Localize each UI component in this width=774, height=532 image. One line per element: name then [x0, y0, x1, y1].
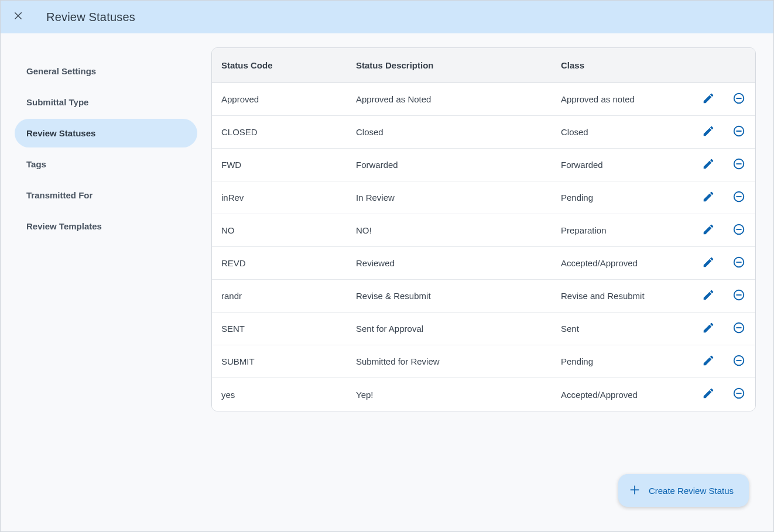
cell-status-code: randr	[221, 291, 356, 301]
edit-button[interactable]	[701, 256, 715, 270]
cell-status-description: Sent for Approval	[356, 324, 561, 334]
edit-button[interactable]	[701, 125, 715, 139]
remove-circle-icon	[732, 354, 745, 369]
pencil-icon	[702, 125, 715, 140]
pencil-icon	[702, 223, 715, 238]
table-row: CLOSEDClosedClosed	[212, 116, 755, 149]
cell-status-description: In Review	[356, 193, 561, 202]
pencil-icon	[702, 190, 715, 205]
edit-button[interactable]	[701, 289, 715, 303]
cell-status-code: SENT	[221, 324, 356, 334]
cell-class: Pending	[561, 193, 687, 202]
edit-button[interactable]	[701, 92, 715, 107]
column-header-status-description: Status Description	[356, 60, 561, 70]
remove-circle-icon	[732, 190, 745, 205]
cell-class: Accepted/Approved	[561, 258, 687, 268]
remove-button[interactable]	[732, 387, 746, 401]
remove-button[interactable]	[732, 92, 746, 107]
edit-button[interactable]	[701, 158, 715, 172]
edit-button[interactable]	[701, 224, 715, 238]
sidebar-item-transmitted-for[interactable]: Transmitted For	[15, 181, 197, 210]
edit-button[interactable]	[701, 387, 715, 401]
pencil-icon	[702, 321, 715, 337]
table-row: NONO!Preparation	[212, 214, 755, 247]
remove-button[interactable]	[732, 191, 746, 205]
sidebar-item-label: General Settings	[26, 66, 96, 76]
remove-button[interactable]	[732, 158, 746, 172]
edit-button[interactable]	[701, 355, 715, 369]
cell-class: Closed	[561, 127, 687, 137]
sidebar-item-submittal-type[interactable]: Submittal Type	[15, 88, 197, 116]
remove-button[interactable]	[732, 256, 746, 270]
sidebar-item-review-statuses[interactable]: Review Statuses	[15, 119, 197, 147]
table-header: Status Code Status Description Class	[212, 48, 755, 83]
cell-actions	[687, 224, 746, 238]
pencil-icon	[702, 354, 715, 369]
cell-actions	[687, 191, 746, 205]
remove-button[interactable]	[732, 322, 746, 336]
table-row: randrRevise & ResubmitRevise and Resubmi…	[212, 280, 755, 313]
create-review-status-label: Create Review Status	[649, 486, 734, 496]
close-button[interactable]	[10, 9, 26, 25]
dialog-titlebar: Review Statuses	[1, 1, 773, 33]
settings-dialog: Review Statuses General Settings Submitt…	[0, 0, 774, 532]
remove-button[interactable]	[732, 289, 746, 303]
sidebar-item-tags[interactable]: Tags	[15, 150, 197, 179]
table-row: SENTSent for ApprovalSent	[212, 313, 755, 345]
cell-status-code: yes	[221, 390, 356, 400]
pencil-icon	[702, 92, 715, 107]
cell-status-description: Reviewed	[356, 258, 561, 268]
remove-button[interactable]	[732, 224, 746, 238]
remove-circle-icon	[732, 289, 745, 304]
table-body: ApprovedApproved as NotedApproved as not…	[212, 83, 755, 411]
cell-actions	[687, 158, 746, 172]
cell-actions	[687, 387, 746, 401]
cell-class: Approved as noted	[561, 94, 687, 104]
sidebar-item-label: Transmitted For	[26, 190, 93, 200]
sidebar-item-review-templates[interactable]: Review Templates	[15, 212, 197, 241]
cell-class: Sent	[561, 324, 687, 334]
edit-button[interactable]	[701, 322, 715, 336]
column-header-class: Class	[561, 60, 687, 70]
settings-sidebar: General Settings Submittal Type Review S…	[1, 47, 211, 531]
remove-circle-icon	[732, 321, 745, 337]
cell-status-code: FWD	[221, 160, 356, 170]
cell-class: Pending	[561, 356, 687, 366]
edit-button[interactable]	[701, 191, 715, 205]
sidebar-item-label: Review Templates	[26, 221, 102, 231]
cell-status-description: Approved as Noted	[356, 94, 561, 104]
create-review-status-button[interactable]: Create Review Status	[618, 474, 749, 507]
cell-status-description: Submitted for Review	[356, 356, 561, 366]
cell-status-code: CLOSED	[221, 127, 356, 137]
sidebar-item-label: Tags	[26, 159, 46, 169]
review-status-table: Status Code Status Description Class App…	[211, 47, 756, 411]
cell-status-code: SUBMIT	[221, 356, 356, 366]
cell-class: Revise and Resubmit	[561, 291, 687, 301]
dialog-title: Review Statuses	[46, 11, 135, 24]
remove-circle-icon	[732, 157, 745, 173]
sidebar-item-general-settings[interactable]: General Settings	[15, 57, 197, 85]
cell-actions	[687, 322, 746, 336]
remove-button[interactable]	[732, 125, 746, 139]
remove-circle-icon	[732, 387, 745, 402]
cell-actions	[687, 92, 746, 107]
cell-status-code: REVD	[221, 258, 356, 268]
cell-actions	[687, 355, 746, 369]
column-header-status-code: Status Code	[221, 60, 356, 70]
cell-actions	[687, 125, 746, 139]
table-row: FWDForwardedForwarded	[212, 149, 755, 181]
cell-status-code: inRev	[221, 193, 356, 202]
cell-status-description: NO!	[356, 225, 561, 235]
cell-actions	[687, 256, 746, 270]
sidebar-item-label: Review Statuses	[26, 128, 95, 138]
remove-button[interactable]	[732, 355, 746, 369]
pencil-icon	[702, 289, 715, 304]
remove-circle-icon	[732, 256, 745, 271]
plus-icon	[629, 484, 641, 497]
cell-class: Accepted/Approved	[561, 390, 687, 400]
cell-actions	[687, 289, 746, 303]
cell-status-code: NO	[221, 225, 356, 235]
close-icon	[13, 11, 23, 23]
remove-circle-icon	[732, 125, 745, 140]
cell-class: Forwarded	[561, 160, 687, 170]
